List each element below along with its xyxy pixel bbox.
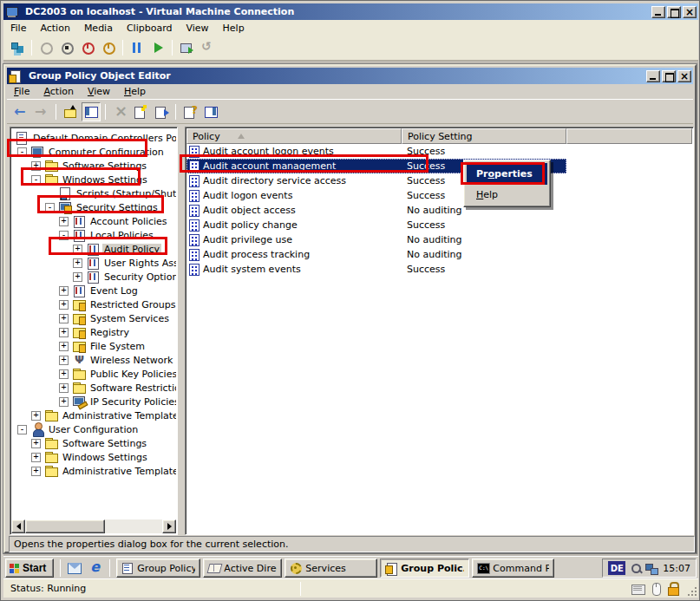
- pane-splitter[interactable]: [178, 127, 185, 535]
- tree-item-ip-security-policies[interactable]: +IP Security Policies: [11, 395, 176, 408]
- tree-item-windows-settings[interactable]: +Windows Settings: [11, 450, 176, 464]
- vm-menu-media[interactable]: Media: [77, 21, 120, 36]
- expand-icon[interactable]: +: [59, 342, 69, 351]
- gpo-close-button[interactable]: [677, 70, 691, 82]
- pause-button[interactable]: [128, 38, 147, 57]
- tree-item-security-settings[interactable]: -Security Settings: [11, 200, 176, 214]
- magnifier-icon[interactable]: [630, 562, 643, 575]
- taskbar-clock[interactable]: 15:07: [663, 563, 690, 574]
- tree-item-system-services[interactable]: +System Services: [11, 311, 176, 325]
- tree-item-user-rights-ass[interactable]: +User Rights Ass: [11, 256, 176, 270]
- gpo-maximize-button[interactable]: [662, 70, 676, 82]
- gpo-menu-view[interactable]: View: [81, 84, 117, 99]
- start-button[interactable]: Start: [5, 559, 54, 578]
- expand-icon[interactable]: +: [59, 300, 69, 310]
- delete-button[interactable]: [110, 102, 129, 121]
- console-tree-button[interactable]: [82, 102, 101, 121]
- tree-item-administrative-templates[interactable]: +Administrative Templates: [11, 408, 176, 422]
- tree-item-local-policies[interactable]: -Local Policies: [11, 228, 176, 242]
- vm-menu-action[interactable]: Action: [33, 21, 76, 36]
- expand-icon[interactable]: +: [31, 161, 41, 171]
- expand-icon[interactable]: +: [73, 258, 82, 268]
- tree-item-restricted-groups[interactable]: +Restricted Groups: [11, 297, 176, 311]
- taskbar-button-group-polic[interactable]: Group Polic...: [380, 559, 469, 578]
- resize-grip[interactable]: [687, 586, 697, 597]
- expand-icon[interactable]: +: [59, 356, 69, 365]
- expand-icon[interactable]: +: [59, 369, 69, 379]
- vm-menu-clipboard[interactable]: Clipboard: [120, 21, 180, 36]
- expand-icon[interactable]: +: [59, 314, 69, 323]
- gpo-menu-action[interactable]: Action: [36, 84, 80, 99]
- collapse-icon[interactable]: -: [45, 203, 55, 212]
- taskbar-button-active-direct[interactable]: Active Direct...: [203, 559, 282, 578]
- tree-item-administrative-templates[interactable]: +Administrative Templates: [11, 464, 176, 478]
- tree-item-windows-settings[interactable]: -Windows Settings: [11, 173, 176, 186]
- tree-item-file-system[interactable]: +File System: [11, 339, 176, 353]
- collapse-icon[interactable]: -: [17, 425, 27, 434]
- expand-icon[interactable]: +: [31, 453, 41, 462]
- column-header-policy-setting[interactable]: Policy Setting: [402, 128, 566, 144]
- gpo-menu-help[interactable]: Help: [117, 84, 153, 99]
- taskbar-button-command-pr[interactable]: Command Pr...: [472, 559, 554, 578]
- tree-item-software-restrictio[interactable]: +Software Restrictio: [11, 381, 176, 395]
- scroll-left-button[interactable]: [11, 519, 25, 533]
- tree-item-account-policies[interactable]: +Account Policies: [11, 214, 176, 228]
- tree-item-registry[interactable]: +Registry: [11, 325, 176, 339]
- vm-menu-file[interactable]: File: [3, 21, 33, 36]
- policy-row-audit-privilege-use[interactable]: Audit privilege useNo auditing: [186, 232, 566, 247]
- properties-button[interactable]: [131, 102, 150, 121]
- gpo-minimize-button[interactable]: [646, 70, 660, 82]
- policy-row-audit-system-events[interactable]: Audit system eventsSuccess: [186, 262, 566, 277]
- vm-menu-help[interactable]: Help: [216, 21, 252, 36]
- expand-icon[interactable]: +: [59, 286, 69, 296]
- power-button[interactable]: [36, 38, 56, 57]
- stop-button[interactable]: [57, 38, 76, 57]
- shutdown-button[interactable]: [99, 38, 118, 57]
- save-state-button[interactable]: [177, 38, 196, 57]
- policy-row-audit-process-tracking[interactable]: Audit process trackingNo auditing: [186, 247, 566, 262]
- expand-icon[interactable]: +: [59, 217, 69, 226]
- show-pane-button[interactable]: [201, 102, 220, 121]
- tree-item-audit-policy[interactable]: +Audit Policy: [11, 242, 176, 256]
- collapse-icon[interactable]: -: [59, 231, 69, 240]
- ie-icon[interactable]: [88, 560, 103, 576]
- tree-item-software-settings[interactable]: +Software Settings: [11, 436, 176, 450]
- ctrl-alt-del-button[interactable]: [8, 38, 27, 57]
- language-indicator[interactable]: DE: [608, 561, 625, 575]
- vm-maximize-button[interactable]: [667, 6, 681, 18]
- context-menu-item-help[interactable]: Help: [467, 185, 547, 204]
- collapse-icon[interactable]: -: [31, 175, 41, 185]
- expand-icon[interactable]: +: [59, 383, 69, 393]
- back-button[interactable]: [11, 102, 30, 121]
- tree-item-software-settings[interactable]: +Software Settings: [11, 159, 176, 173]
- tree-item-event-log[interactable]: +Event Log: [11, 284, 176, 297]
- expand-icon[interactable]: +: [73, 272, 82, 282]
- vm-menu-view[interactable]: View: [179, 21, 215, 36]
- expand-icon[interactable]: +: [59, 328, 69, 337]
- vm-minimize-button[interactable]: [651, 6, 665, 18]
- network-icon[interactable]: [645, 562, 658, 575]
- revert-button[interactable]: [198, 38, 217, 57]
- expand-icon[interactable]: +: [31, 411, 41, 421]
- taskbar-button-group-policy[interactable]: Group Policy ...: [116, 559, 200, 578]
- scroll-thumb[interactable]: [25, 519, 105, 533]
- expand-icon[interactable]: +: [73, 245, 82, 254]
- tree-item-default-domain-controllers-policy-d[interactable]: Default Domain Controllers Policy [d: [11, 131, 176, 145]
- turn-off-button[interactable]: [78, 38, 97, 57]
- tree-item-security-option[interactable]: +Security Option: [11, 270, 176, 284]
- collapse-icon[interactable]: -: [17, 147, 27, 157]
- mail-icon[interactable]: [67, 560, 82, 576]
- tree-item-computer-configuration[interactable]: -Computer Configuration: [11, 145, 176, 159]
- tree-horizontal-scrollbar[interactable]: [11, 519, 176, 533]
- gpo-menu-file[interactable]: File: [7, 84, 36, 99]
- vm-close-button[interactable]: [683, 6, 697, 18]
- expand-icon[interactable]: +: [31, 467, 41, 476]
- context-menu-item-properties[interactable]: Properties: [467, 163, 547, 185]
- scroll-right-button[interactable]: [162, 519, 176, 533]
- tree-item-public-key-policies[interactable]: +Public Key Policies: [11, 367, 176, 381]
- tree-item-user-configuration[interactable]: -User Configuration: [11, 422, 176, 436]
- tree-item-scripts-startup-shutdo[interactable]: Scripts (Startup/Shutdo: [11, 186, 176, 200]
- taskbar-button-services[interactable]: Services: [285, 559, 377, 578]
- expand-icon[interactable]: +: [31, 439, 41, 448]
- scroll-track[interactable]: [105, 519, 162, 533]
